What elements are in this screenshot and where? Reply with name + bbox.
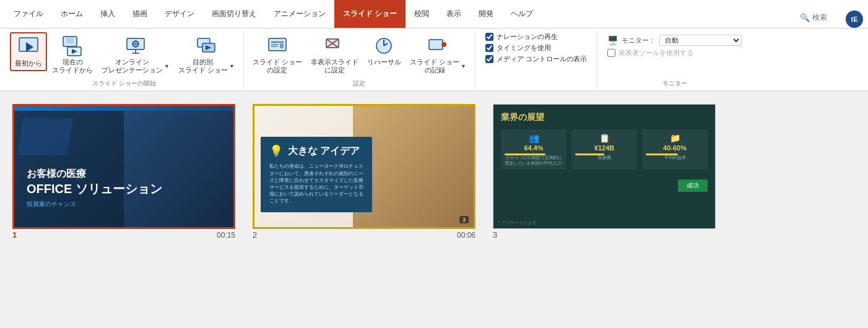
from-current-icon <box>61 35 84 57</box>
show-settings-icon <box>266 35 289 57</box>
bulb-icon: 💡 <box>269 144 283 158</box>
narration-checkbox[interactable] <box>485 33 493 41</box>
stat3-icon: 📁 <box>646 133 704 143</box>
timing-label: タイミングを使用 <box>497 43 551 53</box>
online-dropdown-icon: ▼ <box>164 63 170 69</box>
slide2-number: 2 <box>253 230 257 240</box>
timing-checkbox[interactable] <box>485 44 493 52</box>
btn-show-settings[interactable]: スライド ショー の設定 <box>249 32 306 77</box>
tab-view[interactable]: 表示 <box>438 0 470 28</box>
slide1-subtitle: 投資家のチャンス <box>27 200 162 209</box>
slide3-success-btn: 成功 <box>678 179 708 192</box>
from-beginning-icon <box>17 36 40 58</box>
ribbon-tab-bar: ファイル ホーム 挿入 描画 デザイン 画面切り替え アニメーション スライド … <box>0 0 868 28</box>
btn-rehearse[interactable]: リハーサル <box>363 32 405 69</box>
rehearse-icon <box>373 35 395 57</box>
record-show-icon <box>427 35 449 57</box>
stat2-label: 医療費 <box>575 155 633 160</box>
narration-label: ナレーションの再生 <box>497 32 558 41</box>
stat2-icon: 📋 <box>575 133 633 143</box>
tab-draw[interactable]: 描画 <box>124 0 156 28</box>
btn-record-show[interactable]: スライド ショー の記録 ▼ <box>406 32 470 77</box>
presenter-tools-label: 発表者ツールを使用する <box>618 48 693 58</box>
group-checkboxes: ナレーションの再生 タイミングを使用 メディア コントロールの表示 <box>475 31 597 90</box>
group-slideshow-start: 最初から 現在の スライドから <box>5 31 244 90</box>
group-slideshow-start-title: スライド ショーの開始 <box>92 77 156 88</box>
svg-point-28 <box>441 42 446 47</box>
monitor-settings: 🖥️ モニター： 自動 プライマリ モニター 発表者ツールを使用する <box>602 32 747 60</box>
tab-help[interactable]: ヘルプ <box>502 0 542 28</box>
search-area[interactable]: 🔍 <box>800 13 843 26</box>
slide2-badge: 3 <box>459 216 469 223</box>
stat3-label: 平均利益率 <box>646 155 704 160</box>
btn-from-beginning[interactable]: 最初から <box>10 32 47 71</box>
slide1-number: 1 <box>12 230 17 240</box>
slide3-bg: 業界の展望 👥 64.4% かかりつけの病院で定期的に受診している米国の平均人口… <box>493 105 715 228</box>
btn-custom-show[interactable]: 目的別 スライド ショー ▼ <box>175 32 238 77</box>
slide3-stat1: 👥 64.4% かかりつけの病院で定期的に受診している米国の平均人口* <box>501 129 566 170</box>
btn-from-current[interactable]: 現在の スライドから <box>48 32 97 77</box>
ribbon-content: 最初から 現在の スライドから <box>0 28 868 92</box>
record-dropdown-icon: ▼ <box>461 63 466 69</box>
slide3-stats: 👥 64.4% かかりつけの病院で定期的に受診している米国の平均人口* 📋 ¥1… <box>501 129 708 170</box>
btn-hide-slide-label: 非表示スライド に設定 <box>311 58 358 74</box>
slide-panel: お客様の医療 OFFICE ソリューション 投資家のチャンス 1 00:15 💡… <box>0 92 868 328</box>
media-controls-checkbox[interactable] <box>485 55 493 63</box>
monitor-row: 🖥️ モニター： 自動 プライマリ モニター <box>607 35 742 46</box>
slide3-meta: 3 <box>493 229 716 241</box>
slide1-bg: お客様の医療 OFFICE ソリューション 投資家のチャンス <box>14 106 233 227</box>
slideshow-start-buttons: 最初から 現在の スライドから <box>10 32 238 77</box>
tab-developer[interactable]: 開発 <box>470 0 502 28</box>
tab-file[interactable]: ファイル <box>5 0 52 28</box>
stat2-num: ¥124B <box>575 144 633 152</box>
slide3-number: 3 <box>493 230 497 240</box>
monitor-icon: 🖥️ <box>607 35 618 45</box>
checkbox-timing[interactable]: タイミングを使用 <box>485 43 587 53</box>
search-input[interactable] <box>812 13 843 22</box>
tab-transitions[interactable]: 画面切り替え <box>203 0 265 28</box>
tab-insert[interactable]: 挿入 <box>92 0 124 28</box>
slide-thumb-1[interactable]: お客様の医療 OFFICE ソリューション 投資家のチャンス <box>12 104 235 229</box>
tab-home[interactable]: ホーム <box>52 0 92 28</box>
btn-online-presentation[interactable]: オンライン プレゼンテーション ▼ <box>98 32 173 77</box>
btn-show-settings-label: スライド ショー の設定 <box>253 58 302 74</box>
slide1-line2: OFFICE ソリューション <box>27 181 162 197</box>
slide2-meta: 2 00:06 <box>253 229 475 241</box>
custom-show-icon <box>195 35 217 57</box>
slide2-card: 💡 大きな アイデア 私たちの使命は、ニューヨーク州ロチェスターにおいて、患者そ… <box>261 137 372 212</box>
btn-record-label: スライド ショー の記録 <box>410 58 459 74</box>
btn-hide-slide[interactable]: 非表示スライド に設定 <box>307 32 362 77</box>
checkbox-media-controls[interactable]: メディア コントロールの表示 <box>485 54 587 64</box>
slide3-stat2: 📋 ¥124B 医療費 <box>571 129 637 170</box>
monitor-select[interactable]: 自動 プライマリ モニター <box>659 35 742 46</box>
search-icon: 🔍 <box>800 13 810 22</box>
slide1-shape <box>17 118 74 155</box>
online-presentation-icon <box>124 35 147 57</box>
slide3-footer: * アンケートによる <box>498 220 536 226</box>
slide2-card-title: 大きな アイデア <box>288 145 360 158</box>
slide-thumb-2[interactable]: 💡 大きな アイデア 私たちの使命は、ニューヨーク州ロチェスターにおいて、患者そ… <box>253 104 475 229</box>
stat1-num: 64.4% <box>505 144 563 152</box>
btn-rehearse-label: リハーサル <box>367 58 401 66</box>
slide2-card-body: 私たちの使命は、ニューヨーク州ロチェスターにおいて、患者それぞれの個別のニーズと… <box>269 163 363 204</box>
checkbox-narration[interactable]: ナレーションの再生 <box>485 32 587 41</box>
btn-from-beginning-label: 最初から <box>15 59 42 67</box>
tab-review[interactable]: 校閲 <box>406 0 438 28</box>
setup-buttons: スライド ショー の設定 非表示スライド に設定 <box>249 32 470 77</box>
slide-thumb-3[interactable]: 業界の展望 👥 64.4% かかりつけの病院で定期的に受診している米国の平均人口… <box>493 104 716 229</box>
slide2-bg: 💡 大きな アイデア 私たちの使命は、ニューヨーク州ロチェスターにおいて、患者そ… <box>254 106 474 227</box>
slide1-time: 00:15 <box>217 231 235 240</box>
slide-item-1: お客様の医療 OFFICE ソリューション 投資家のチャンス 1 00:15 <box>12 104 235 241</box>
presenter-tools-row[interactable]: 発表者ツールを使用する <box>607 48 742 58</box>
group-setup: スライド ショー の設定 非表示スライド に設定 <box>244 31 475 90</box>
group-setup-title: 設定 <box>353 77 365 88</box>
ribbon-right-area: 🔍 tE <box>800 11 863 28</box>
tab-slideshow[interactable]: スライド ショー <box>334 0 406 28</box>
slide1-overlay: お客様の医療 OFFICE ソリューション 投資家のチャンス <box>27 168 162 209</box>
avatar[interactable]: tE <box>846 11 863 28</box>
tab-animations[interactable]: アニメーション <box>265 0 334 28</box>
custom-dropdown-icon: ▼ <box>229 63 235 69</box>
tab-design[interactable]: デザイン <box>156 0 203 28</box>
slide1-person <box>124 106 233 227</box>
presenter-tools-checkbox[interactable] <box>607 49 615 57</box>
